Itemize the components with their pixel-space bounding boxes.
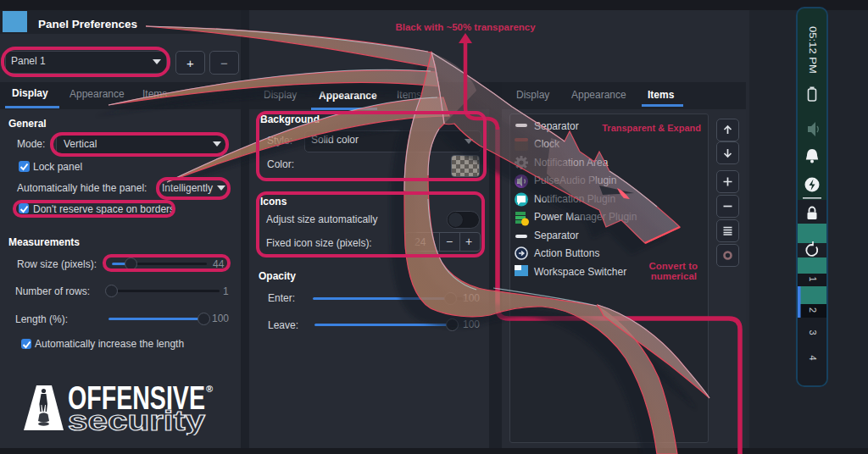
svg-text:Black with ~50% transparency: Black with ~50% transparency bbox=[395, 22, 536, 32]
svg-text:numerical: numerical bbox=[651, 271, 697, 281]
svg-text:Transparent & Expand: Transparent & Expand bbox=[602, 123, 701, 133]
svg-text:Convert to: Convert to bbox=[649, 261, 698, 271]
